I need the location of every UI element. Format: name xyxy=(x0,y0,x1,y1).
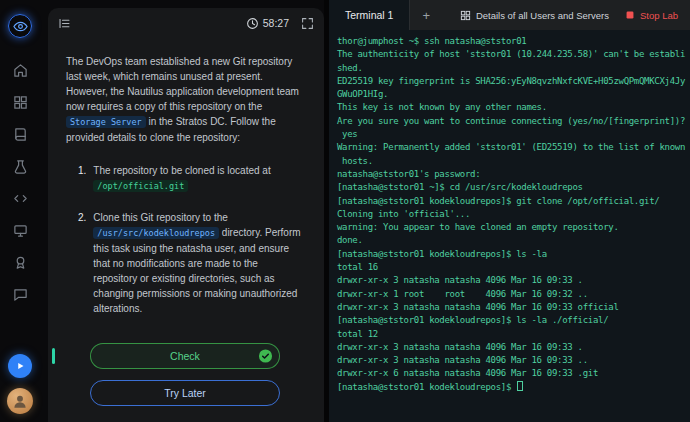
sidebar-icons xyxy=(8,10,32,310)
task-item: 1.The repository to be cloned is located… xyxy=(78,163,304,194)
terminal-line: drwxr-xr-x 3 natasha natasha 4096 Mar 16… xyxy=(337,301,690,314)
terminal-line: Cloning into 'official'... xyxy=(337,208,690,221)
check-circle-icon xyxy=(258,349,273,364)
lab-timer: 58:27 xyxy=(246,17,289,30)
play-button[interactable] xyxy=(8,354,32,378)
terminal-line: shed. xyxy=(337,62,690,75)
question-topbar: 58:27 xyxy=(48,8,324,38)
description-text: The DevOps team established a new Git re… xyxy=(66,56,299,112)
terminal-line: The authenticity of host 'ststor01 (10.2… xyxy=(337,48,690,61)
terminal-line: total 12 xyxy=(337,328,690,341)
check-button-label: Check xyxy=(170,350,200,362)
monitor-icon[interactable] xyxy=(8,218,32,242)
task-text: Clone this Git repository to the /usr/sr… xyxy=(93,210,304,316)
grid-icon[interactable] xyxy=(8,90,32,114)
terminal-line: ED25519 key fingerprint is SHA256:yEyN8q… xyxy=(337,75,690,88)
sidebar xyxy=(0,0,40,422)
terminal-tab[interactable]: Terminal 1 xyxy=(329,0,410,30)
code-icon[interactable] xyxy=(8,186,32,210)
terminal-tab-label: Terminal 1 xyxy=(345,9,393,21)
terminal-header-right: Details of all Users and Servers Stop La… xyxy=(460,10,690,21)
try-later-button[interactable]: Try Later xyxy=(90,380,280,406)
details-link[interactable]: Details of all Users and Servers xyxy=(460,10,609,21)
terminal-line: [natasha@ststor01 ~]$ cd /usr/src/kodekl… xyxy=(337,181,690,194)
task-text-pre: The repository to be cloned is located a… xyxy=(93,165,270,176)
eye-icon[interactable] xyxy=(8,14,32,38)
try-later-label: Try Later xyxy=(164,387,206,399)
terminal-line: total 16 xyxy=(337,261,690,274)
terminal-line: drwxr-xr-x 3 natasha natasha 4096 Mar 16… xyxy=(337,354,690,367)
terminal-line: thor@jumphost ~$ ssh natasha@ststor01 xyxy=(337,35,690,48)
code-chip: /usr/src/kodekloudrepos xyxy=(93,227,219,239)
terminal-line: drwxr-xr-x 1 root root 4096 Mar 16 09:32… xyxy=(337,288,690,301)
task-item: 2.Clone this Git repository to the /usr/… xyxy=(78,210,304,316)
terminal-panel: Terminal 1 + Details of all Users and Se… xyxy=(329,0,690,422)
terminal-header: Terminal 1 + Details of all Users and Se… xyxy=(329,0,690,30)
stop-lab-label: Stop Lab xyxy=(640,10,678,21)
award-icon[interactable] xyxy=(8,250,32,274)
terminal-cursor xyxy=(517,381,523,391)
question-panel: 58:27 The DevOps team established a new … xyxy=(48,8,324,422)
terminal-line: [natasha@ststor01 kodekloudrepos]$ ls -l… xyxy=(337,314,690,327)
user-avatar[interactable] xyxy=(7,388,33,414)
question-content: The DevOps team established a new Git re… xyxy=(48,38,324,422)
clock-icon xyxy=(246,17,259,30)
expand-icon[interactable] xyxy=(301,17,314,30)
code-chip: /opt/official.git xyxy=(93,180,188,192)
storage-server-chip: Storage Server xyxy=(66,116,146,128)
terminal-line: Are you sure you want to continue connec… xyxy=(337,115,690,128)
book-icon[interactable] xyxy=(8,122,32,146)
app-root: 58:27 The DevOps team established a new … xyxy=(0,0,690,422)
terminal-line: Warning: Permanently added 'ststor01' (E… xyxy=(337,141,690,154)
terminal-line: drwxr-xr-x 6 natasha natasha 4096 Mar 16… xyxy=(337,367,690,380)
beaker-icon[interactable] xyxy=(8,154,32,178)
stop-icon xyxy=(625,10,635,20)
terminal-line: [natasha@ststor01 kodekloudrepos]$ git c… xyxy=(337,195,690,208)
scrollbar-thumb[interactable] xyxy=(52,348,55,364)
terminal-line: [natasha@ststor01 kodekloudrepos]$ ls -l… xyxy=(337,248,690,261)
terminal-line: hosts. xyxy=(337,155,690,168)
task-number: 2. xyxy=(78,210,86,316)
task-text: The repository to be cloned is located a… xyxy=(93,163,304,194)
new-terminal-button[interactable]: + xyxy=(410,8,442,23)
terminal-line: drwxr-xr-x 3 natasha natasha 4096 Mar 16… xyxy=(337,274,690,287)
task-text-pre: Clone this Git repository to the xyxy=(93,212,228,223)
terminal-line: [natasha@ststor01 kodekloudrepos]$ xyxy=(337,381,690,394)
task-description: The DevOps team established a new Git re… xyxy=(66,54,304,145)
stop-lab-button[interactable]: Stop Lab xyxy=(625,10,678,21)
task-number: 1. xyxy=(78,163,86,194)
home-icon[interactable] xyxy=(8,58,32,82)
check-button[interactable]: Check xyxy=(90,343,280,369)
action-buttons: Check Try Later xyxy=(66,343,304,422)
task-list: 1.The repository to be cloned is located… xyxy=(78,163,304,332)
terminal-line: natasha@ststor01's password: xyxy=(337,168,690,181)
grid-icon xyxy=(460,10,471,21)
terminal-line: drwxr-xr-x 3 natasha natasha 4096 Mar 16… xyxy=(337,341,690,354)
chat-icon[interactable] xyxy=(8,282,32,306)
task-text-post: directory. Perform this task using the n… xyxy=(93,227,300,314)
terminal-line: warning: You appear to have cloned an em… xyxy=(337,221,690,234)
terminal-line: GWuOP1HIg. xyxy=(337,88,690,101)
terminal-output[interactable]: thor@jumphost ~$ ssh natasha@ststor01The… xyxy=(329,30,690,422)
terminal-line: yes xyxy=(337,128,690,141)
timer-value: 58:27 xyxy=(263,17,289,29)
details-label: Details of all Users and Servers xyxy=(476,10,609,21)
terminal-line: This key is not known by any other names… xyxy=(337,101,690,114)
toc-menu-icon[interactable] xyxy=(58,17,71,30)
terminal-line: done. xyxy=(337,234,690,247)
